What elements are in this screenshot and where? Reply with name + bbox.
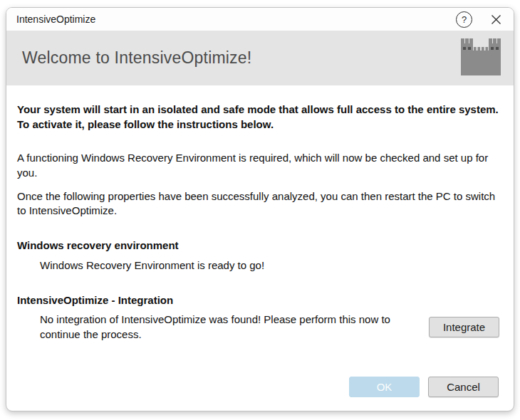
dialog-content: Your system will start in an isolated an…: [6, 85, 514, 342]
intro-text: Your system will start in an isolated an…: [17, 103, 502, 132]
paragraph-restart-info: Once the following properties have been …: [17, 189, 502, 219]
page-title: Welcome to IntensiveOptimize!: [22, 48, 461, 68]
titlebar: IntensiveOptimize ?: [6, 8, 514, 31]
status-text: No integration of IntensiveOptimize was …: [17, 313, 420, 342]
integrate-button[interactable]: Integrate: [429, 317, 499, 337]
close-icon[interactable]: [487, 10, 505, 28]
status-text: Windows Recovery Environment is ready to…: [17, 258, 502, 273]
window-title: IntensiveOptimize: [16, 14, 456, 25]
castle-icon: [461, 38, 501, 78]
dialog-window: IntensiveOptimize ? Welcome to Intensive…: [6, 7, 514, 411]
footer-buttons: OK Cancel: [349, 377, 499, 397]
section-heading: IntensiveOptimize - Integration: [17, 293, 502, 308]
section-integration: IntensiveOptimize - Integration No integ…: [17, 293, 502, 342]
section-heading: Windows recovery environment: [17, 238, 502, 253]
header-band: Welcome to IntensiveOptimize!: [6, 31, 514, 85]
paragraph-recovery-check: A functioning Windows Recovery Environme…: [17, 151, 502, 180]
help-icon[interactable]: ?: [456, 11, 472, 28]
ok-button[interactable]: OK: [349, 377, 420, 397]
section-windows-recovery: Windows recovery environment Windows Rec…: [17, 238, 502, 273]
cancel-button[interactable]: Cancel: [428, 377, 499, 397]
help-glyph: ?: [462, 14, 467, 25]
